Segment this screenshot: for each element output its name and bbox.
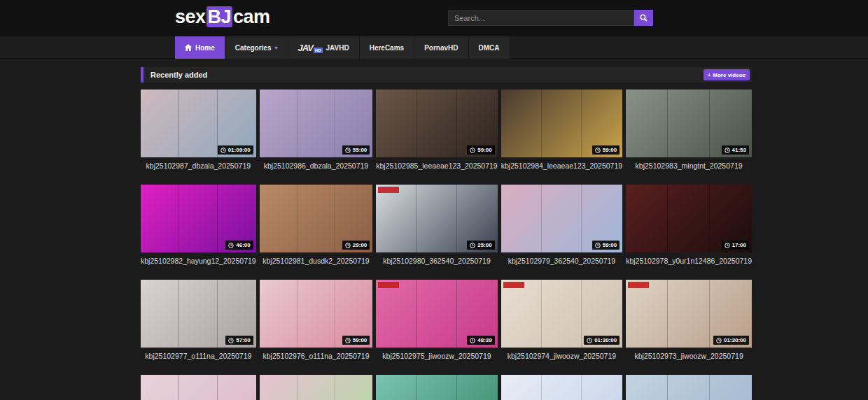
nav-item-dmca[interactable]: DMCA [469,36,510,59]
watermark-badge [503,282,524,288]
video-thumbnail[interactable]: 48:39 [376,280,497,348]
search-bar [448,10,653,26]
nav-item-pornavhd[interactable]: PornavHD [414,36,468,59]
search-button[interactable] [634,10,653,26]
duration-text: 48:39 [477,337,491,343]
video-card[interactable]: 59:00 kbj25102984_leeaeae123_20250719 [501,90,622,170]
video-card[interactable]: 55:00 kbj25102986_dbzala_20250719 [260,90,373,170]
video-card[interactable]: 59:00 kbj25102985_leeaeae123_20250719 [376,90,497,170]
duration-badge: 01:30:00 [713,336,749,345]
nav-item-label: HereCams [370,44,404,52]
video-card[interactable]: 01:30:00 kbj25102974_jiwoozw_20250719 [501,280,622,360]
video-card[interactable] [626,375,752,400]
nav-item-label: Categories [235,44,272,52]
video-card[interactable]: 01:30:00 kbj25102973_jiwoozw_20250719 [626,280,752,360]
clock-icon [724,243,730,248]
nav-item-categories[interactable]: Categories ▾ [225,36,288,59]
main-nav: Home Categories ▾ JAVHD JAVHD HereCams P… [0,36,868,59]
video-title[interactable]: kbj25102978_y0ur1n12486_20250719 [626,257,752,265]
site-header: sexBJcam [0,0,868,36]
clock-icon [595,243,601,248]
video-thumbnail[interactable]: 55:00 [260,90,373,157]
video-title[interactable]: kbj25102979_362540_20250719 [501,257,622,265]
clock-icon [470,243,475,248]
logo-text-cam: cam [233,6,270,27]
duration-text: 17:00 [732,242,746,248]
video-thumbnail[interactable]: 29:00 [260,185,373,252]
video-title[interactable]: kbj25102985_leeaeae123_20250719 [376,162,497,170]
nav-item-label: Home [195,44,215,52]
video-card[interactable]: 59:00 kbj25102979_362540_20250719 [501,185,622,265]
video-card[interactable] [141,375,256,400]
video-card[interactable]: 29:00 kbj25102981_dusdk2_20250719 [260,185,373,265]
clock-icon [724,148,730,153]
video-thumbnail[interactable]: 25:00 [376,185,497,252]
video-card[interactable] [260,375,373,400]
video-thumbnail[interactable]: 01:09:00 [141,90,256,157]
video-thumbnail[interactable] [501,375,622,400]
site-logo[interactable]: sexBJcam [175,6,270,28]
video-card[interactable]: 59:00 kbj25102976_o111na_20250719 [260,280,373,360]
video-title[interactable]: kbj25102986_dbzala_20250719 [260,162,373,170]
video-thumbnail[interactable]: 59:00 [501,185,622,252]
video-title[interactable]: kbj25102981_dusdk2_20250719 [260,257,373,265]
more-videos-button[interactable]: + More videos [704,69,750,80]
duration-badge: 29:00 [342,241,370,250]
video-title[interactable]: kbj25102982_hayung12_20250719 [141,257,256,265]
video-thumbnail[interactable] [260,375,373,400]
video-title[interactable]: kbj25102977_o111na_20250719 [141,352,256,360]
video-thumbnail[interactable]: 59:00 [376,90,497,157]
duration-badge: 55:00 [342,145,370,155]
video-thumbnail[interactable] [626,375,752,400]
video-thumbnail[interactable]: 57:00 [141,280,256,348]
duration-text: 01:09:00 [228,147,251,153]
nav-item-javhd[interactable]: JAVHD JAVHD [288,36,360,59]
video-title[interactable]: kbj25102974_jiwoozw_20250719 [501,352,622,360]
video-thumbnail[interactable] [141,375,256,400]
video-title[interactable]: kbj25102980_362540_20250719 [376,257,497,265]
section-title: Recently added [144,71,207,79]
video-thumbnail[interactable]: 01:30:00 [626,280,752,348]
video-thumbnail[interactable]: 17:00 [626,185,752,252]
video-card[interactable]: 57:00 kbj25102977_o111na_20250719 [141,280,256,360]
duration-badge: 59:00 [592,241,620,250]
video-card[interactable] [376,375,497,400]
video-title[interactable]: kbj25102976_o111na_20250719 [260,352,373,360]
logo-text-bj: BJ [206,6,233,27]
logo-text-sex: sex [175,6,206,27]
video-thumbnail[interactable]: 01:30:00 [501,280,622,348]
more-videos-label: More videos [713,72,746,78]
clock-icon [470,148,475,153]
video-card[interactable] [501,375,622,400]
duration-text: 01:30:00 [724,337,746,343]
video-thumbnail[interactable]: 59:00 [260,280,373,348]
nav-item-herecams[interactable]: HereCams [360,36,414,59]
search-icon [640,14,648,22]
video-title[interactable]: kbj25102973_jiwoozw_20250719 [626,352,752,360]
duration-text: 25:00 [477,242,491,248]
video-thumbnail[interactable]: 59:00 [501,90,622,157]
nav-item-home[interactable]: Home [175,36,225,59]
duration-text: 41:53 [732,147,746,153]
duration-badge: 59:00 [467,145,494,155]
duration-text: 46:00 [236,242,250,248]
video-grid: 01:09:00 kbj25102987_dbzala_20250719 55:… [141,90,752,400]
video-thumbnail[interactable]: 41:53 [626,90,752,157]
video-title[interactable]: kbj25102984_leeaeae123_20250719 [501,162,622,170]
video-card[interactable]: 46:00 kbj25102982_hayung12_20250719 [141,185,256,265]
video-card[interactable]: 25:00 kbj25102980_362540_20250719 [376,185,497,265]
video-title[interactable]: kbj25102987_dbzala_20250719 [141,162,256,170]
duration-text: 01:30:00 [594,337,617,343]
search-input[interactable] [448,10,634,26]
duration-badge: 17:00 [722,241,749,250]
video-thumbnail[interactable] [376,375,497,400]
video-card[interactable]: 41:53 kbj25102983_mingtnt_20250719 [626,90,752,170]
video-title[interactable]: kbj25102983_mingtnt_20250719 [626,162,752,170]
clock-icon [595,148,601,153]
video-card[interactable]: 01:09:00 kbj25102987_dbzala_20250719 [141,90,256,170]
video-card[interactable]: 48:39 kbj25102975_jiwoozw_20250719 [376,280,497,360]
video-card[interactable]: 17:00 kbj25102978_y0ur1n12486_20250719 [626,185,752,265]
video-title[interactable]: kbj25102975_jiwoozw_20250719 [376,352,497,360]
duration-text: 29:00 [353,242,367,248]
video-thumbnail[interactable]: 46:00 [141,185,256,252]
